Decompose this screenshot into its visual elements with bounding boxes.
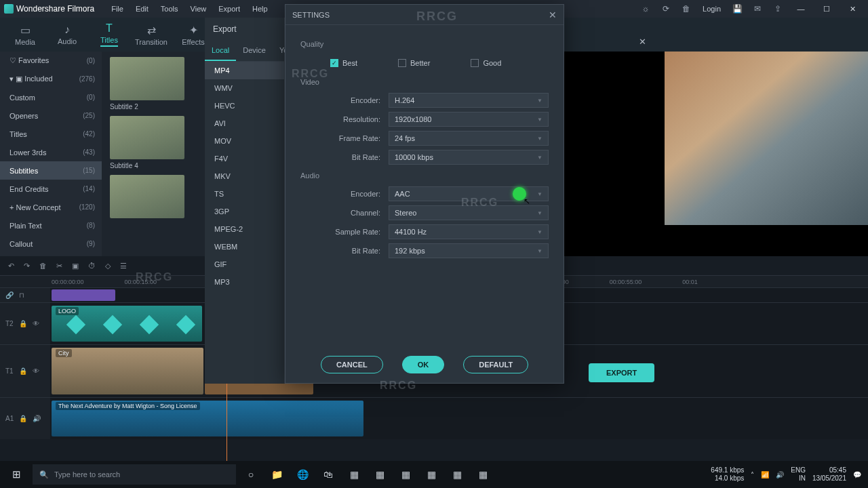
tab-media[interactable]: ▭Media bbox=[4, 20, 46, 50]
fmt-gif[interactable]: GIF bbox=[205, 256, 284, 273]
thumb-subtitle2[interactable] bbox=[110, 57, 184, 100]
explorer-icon[interactable]: 📁 bbox=[267, 465, 286, 484]
fmt-mov[interactable]: MOV bbox=[205, 132, 284, 150]
sidebar-subtitles[interactable]: Subtitles(15) bbox=[0, 161, 102, 180]
fmt-mp4[interactable]: MP4 bbox=[205, 62, 284, 79]
crop-icon[interactable]: ▣ bbox=[72, 262, 79, 270]
undo-icon[interactable]: ↶ bbox=[8, 262, 14, 270]
quality-best[interactable]: ✓Best bbox=[330, 59, 357, 67]
sidebar-plaintext[interactable]: Plain Text(8) bbox=[0, 216, 102, 235]
sidebar-titles[interactable]: Titles(42) bbox=[0, 125, 102, 143]
tray-chevron-icon[interactable]: ˄ bbox=[751, 471, 754, 479]
app-icon[interactable]: ▦ bbox=[448, 465, 467, 484]
track-body[interactable]: The Next Adventure by Matt Wigton - Song… bbox=[50, 398, 868, 439]
speed-icon[interactable]: ⏱ bbox=[88, 262, 96, 270]
language-indicator[interactable]: ENGIN bbox=[791, 466, 806, 483]
menu-export[interactable]: Export bbox=[214, 2, 245, 16]
bulb-icon[interactable]: ☼ bbox=[637, 4, 654, 14]
app-icon[interactable]: ▦ bbox=[422, 465, 441, 484]
lock-icon[interactable]: 🔒 bbox=[19, 415, 27, 422]
window-minimize[interactable]: — bbox=[789, 5, 812, 13]
fmt-mkv[interactable]: MKV bbox=[205, 167, 284, 185]
cut-icon[interactable]: ✂ bbox=[56, 262, 62, 270]
menu-help[interactable]: Help bbox=[248, 2, 273, 16]
save-icon[interactable]: 💾 bbox=[728, 4, 746, 14]
window-maximize[interactable]: ☐ bbox=[815, 5, 838, 14]
menu-view[interactable]: View bbox=[186, 2, 212, 16]
thumb-item[interactable] bbox=[110, 175, 184, 218]
edge-icon[interactable]: 🌐 bbox=[293, 465, 312, 484]
link-icon[interactable]: 🔗 bbox=[5, 291, 14, 299]
sidebar-lower3rds[interactable]: Lower 3rds(43) bbox=[0, 143, 102, 161]
audio-samplerate-select[interactable]: 44100 Hz▼ bbox=[389, 224, 549, 239]
export-button[interactable]: EXPORT bbox=[589, 363, 654, 382]
menu-edit[interactable]: Edit bbox=[131, 2, 153, 16]
wifi-icon[interactable]: 📶 bbox=[761, 471, 769, 479]
tab-audio[interactable]: ♪Audio bbox=[46, 20, 88, 49]
tab-transition[interactable]: ⇄Transition bbox=[130, 20, 172, 50]
quality-better[interactable]: Better bbox=[398, 59, 430, 67]
taskbar-search[interactable]: 🔍 Type here to search bbox=[33, 464, 236, 485]
speaker-icon[interactable]: 🔊 bbox=[33, 415, 41, 422]
default-button[interactable]: DEFAULT bbox=[463, 356, 528, 373]
fmt-f4v[interactable]: F4V bbox=[205, 150, 284, 167]
menu-file[interactable]: File bbox=[106, 2, 128, 16]
eye-icon[interactable]: 👁 bbox=[33, 367, 39, 375]
sidebar-callout[interactable]: Callout(9) bbox=[0, 235, 102, 253]
fmt-mp3[interactable]: MP3 bbox=[205, 273, 284, 291]
app-icon[interactable]: ▦ bbox=[344, 465, 363, 484]
fmt-avi[interactable]: AVI bbox=[205, 115, 284, 132]
ok-button[interactable]: OK bbox=[402, 356, 445, 373]
settings-close-icon[interactable]: ✕ bbox=[549, 9, 557, 20]
export-dialog-close[interactable]: ✕ bbox=[639, 37, 646, 47]
eye-icon[interactable]: 👁 bbox=[33, 320, 39, 327]
tab-titles[interactable]: TTitles bbox=[88, 18, 130, 51]
video-framerate-select[interactable]: 24 fps▼ bbox=[389, 131, 549, 146]
app-icon[interactable]: ▦ bbox=[396, 465, 415, 484]
app-icon[interactable]: ▦ bbox=[473, 465, 492, 484]
sidebar-openers[interactable]: Openers(25) bbox=[0, 106, 102, 125]
lock-icon[interactable]: 🔒 bbox=[19, 367, 27, 375]
lock-icon[interactable]: 🔒 bbox=[19, 320, 27, 327]
fmt-hevc[interactable]: HEVC bbox=[205, 97, 284, 115]
sidebar-favorites[interactable]: ♡ Favorites(0) bbox=[0, 52, 102, 70]
sidebar-included[interactable]: ▾ ▣ Included(276) bbox=[0, 70, 102, 88]
export-tab-device[interactable]: Device bbox=[236, 41, 273, 61]
upload-icon[interactable]: ⇪ bbox=[769, 4, 787, 14]
volume-icon[interactable]: 🔊 bbox=[776, 471, 784, 479]
fmt-webm[interactable]: WEBM bbox=[205, 238, 284, 256]
marker-icon[interactable]: ◇ bbox=[105, 262, 111, 270]
audio-bitrate-select[interactable]: 192 kbps▼ bbox=[389, 243, 549, 258]
video-bitrate-select[interactable]: 10000 kbps▼ bbox=[389, 150, 549, 165]
thumb-subtitle4[interactable] bbox=[110, 116, 184, 159]
redo-icon[interactable]: ↷ bbox=[24, 262, 30, 270]
magnet-icon[interactable]: ⊓ bbox=[19, 291, 24, 299]
fmt-wmv[interactable]: WMV bbox=[205, 79, 284, 97]
mail-icon[interactable]: ✉ bbox=[749, 4, 766, 14]
export-tab-local[interactable]: Local bbox=[205, 41, 236, 61]
fmt-3gp[interactable]: 3GP bbox=[205, 203, 284, 220]
audio-channel-select[interactable]: Stereo▼ bbox=[389, 205, 549, 220]
delete-icon[interactable]: 🗑 bbox=[39, 262, 47, 270]
trash-icon[interactable]: 🗑 bbox=[677, 4, 695, 14]
window-close[interactable]: ✕ bbox=[841, 5, 864, 14]
fmt-ts[interactable]: TS bbox=[205, 185, 284, 203]
settings-icon[interactable]: ☰ bbox=[120, 262, 127, 270]
video-resolution-select[interactable]: 1920x1080▼ bbox=[389, 112, 549, 127]
quality-good[interactable]: Good bbox=[471, 59, 501, 67]
sidebar-endcredits[interactable]: End Credits(14) bbox=[0, 180, 102, 198]
refresh-icon[interactable]: ⟳ bbox=[657, 4, 675, 14]
store-icon[interactable]: 🛍 bbox=[319, 465, 338, 484]
login-link[interactable]: Login bbox=[698, 2, 726, 16]
start-button[interactable]: ⊞ bbox=[0, 468, 33, 481]
fmt-mpeg2[interactable]: MPEG-2 bbox=[205, 220, 284, 238]
clock[interactable]: 05:4513/05/2021 bbox=[812, 466, 846, 483]
sidebar-custom[interactable]: Custom(0) bbox=[0, 88, 102, 106]
cancel-button[interactable]: CANCEL bbox=[321, 356, 383, 373]
notifications-icon[interactable]: 💬 bbox=[853, 471, 861, 479]
app-icon[interactable]: ▦ bbox=[370, 465, 389, 484]
menu-tools[interactable]: Tools bbox=[156, 2, 183, 16]
cortana-icon[interactable]: ○ bbox=[241, 465, 260, 484]
sidebar-newconcept[interactable]: + New Concept(120) bbox=[0, 198, 102, 216]
video-encoder-select[interactable]: H.264▼ bbox=[389, 93, 549, 108]
